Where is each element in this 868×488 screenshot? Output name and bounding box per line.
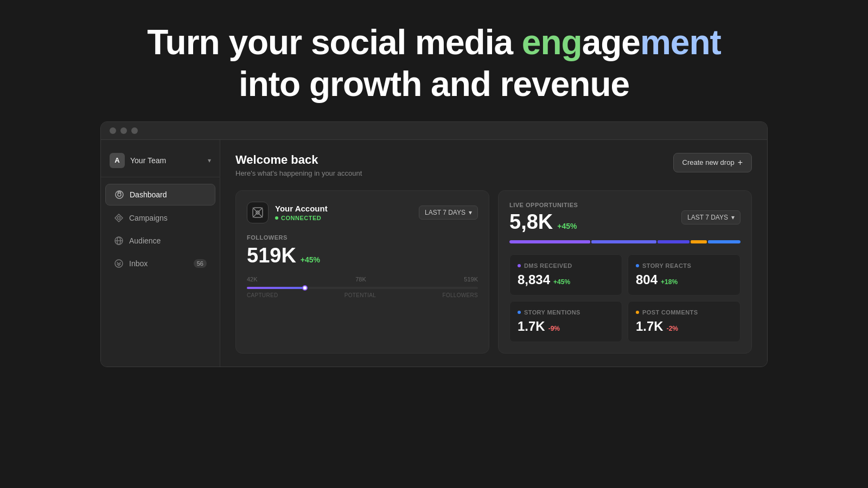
- stat-dms-value: 8,834 +45%: [518, 272, 614, 287]
- inbox-icon: [114, 259, 124, 268]
- live-change: +45%: [557, 222, 577, 230]
- live-opportunities-card: LIVE OPPORTUNITIES 5,8K +45% LAST 7 DAYS…: [498, 190, 752, 354]
- stat-mentions-header: STORY MENTIONS: [518, 309, 614, 316]
- chevron-down-icon: ▾: [208, 157, 211, 164]
- progress-track: [247, 287, 478, 289]
- stat-dms-number: 8,834: [518, 272, 550, 287]
- connected-badge: CONNECTED: [275, 215, 328, 221]
- campaigns-label: Campaigns: [129, 214, 168, 222]
- stat-mentions-change: -9%: [548, 325, 560, 332]
- sublabel-followers: FOLLOWERS: [443, 292, 478, 298]
- stat-reacts-value: 804 +18%: [636, 272, 732, 287]
- bar-seg-5: [708, 240, 741, 243]
- highlight-green: eng: [522, 23, 582, 62]
- progress-label-mid: 78K: [355, 276, 366, 282]
- dashboard-label: Dashboard: [130, 190, 167, 199]
- stat-comments-value: 1.7K -2%: [636, 319, 732, 334]
- welcome-title: Welcome back: [235, 153, 362, 167]
- live-period-label: LAST 7 DAYS: [687, 214, 728, 221]
- traffic-light-red: [110, 127, 116, 134]
- account-period-selector[interactable]: LAST 7 DAYS ▾: [419, 206, 478, 220]
- team-selector[interactable]: A Your Team ▾: [101, 149, 220, 177]
- account-card-header: Your Account CONNECTED LAST 7 DAYS ▾: [247, 202, 478, 223]
- stat-comments-change: -2%: [667, 325, 678, 332]
- hero-line1: Turn your social media engagement: [147, 23, 721, 62]
- sidebar-item-inbox[interactable]: Inbox 56: [105, 253, 215, 274]
- highlight-blue: ment: [640, 23, 721, 62]
- stat-mentions-number: 1.7K: [518, 319, 545, 334]
- followers-label: FOLLOWERS: [247, 234, 478, 241]
- stat-dms-header: DMS RECEIVED: [518, 262, 614, 269]
- audience-label: Audience: [129, 236, 161, 245]
- bar-seg-2: [591, 240, 656, 243]
- inbox-badge: 56: [194, 259, 207, 268]
- bar-seg-3: [658, 240, 690, 243]
- hero-line2: into growth and revenue: [239, 65, 629, 104]
- sidebar: A Your Team ▾ Dashboard: [101, 140, 220, 367]
- hero-section: Turn your social media engagement into g…: [0, 0, 868, 121]
- team-name: Your Team: [130, 156, 202, 165]
- account-info: Your Account CONNECTED: [247, 202, 328, 223]
- stat-comments-label: POST COMMENTS: [642, 309, 698, 316]
- stat-mentions-dot: [518, 311, 521, 314]
- progress-sublabels: CAPTURED POTENTIAL FOLLOWERS: [247, 292, 478, 298]
- main-layout: A Your Team ▾ Dashboard: [101, 140, 767, 367]
- svg-point-4: [118, 216, 120, 219]
- stat-reacts-dot: [636, 264, 639, 267]
- stat-reacts-header: STORY REACTS: [636, 262, 732, 269]
- content-area: Welcome back Here's what's happening in …: [220, 140, 767, 367]
- stat-comments-header: POST COMMENTS: [636, 309, 732, 316]
- cards-row: Your Account CONNECTED LAST 7 DAYS ▾: [235, 190, 752, 354]
- connected-label: CONNECTED: [281, 215, 321, 221]
- live-header: LIVE OPPORTUNITIES 5,8K +45% LAST 7 DAYS…: [509, 202, 741, 234]
- stat-comments-dot: [636, 311, 639, 314]
- stat-reacts-number: 804: [636, 272, 658, 287]
- followers-number: 519K: [247, 244, 296, 267]
- campaigns-icon: [114, 213, 124, 223]
- connected-dot: [275, 216, 278, 220]
- sidebar-item-campaigns[interactable]: Campaigns: [105, 208, 215, 228]
- progress-fill: [247, 287, 305, 289]
- progress-dot: [302, 285, 308, 291]
- sublabel-captured: CAPTURED: [247, 292, 278, 298]
- inbox-label: Inbox: [129, 259, 148, 268]
- stat-mentions-value: 1.7K -9%: [518, 319, 614, 334]
- stat-dms-change: +45%: [553, 278, 570, 286]
- stat-reacts-label: STORY REACTS: [642, 262, 691, 269]
- chevron-icon: ▾: [469, 209, 472, 216]
- live-info: LIVE OPPORTUNITIES 5,8K +45%: [509, 202, 578, 234]
- progress-label-left: 42K: [247, 276, 258, 282]
- live-period-selector[interactable]: LAST 7 DAYS ▾: [681, 210, 741, 224]
- create-drop-label: Create new drop: [682, 158, 735, 166]
- sidebar-item-audience[interactable]: Audience: [105, 230, 215, 251]
- progress-container: 42K 78K 519K CAPTURED POTENTIAL FOLLOWER…: [247, 276, 478, 298]
- svg-point-0: [116, 191, 123, 198]
- stat-post-comments: POST COMMENTS 1.7K -2%: [628, 301, 741, 342]
- sublabel-potential: POTENTIAL: [344, 292, 376, 298]
- plus-icon: +: [738, 158, 743, 168]
- dashboard-icon: [114, 190, 124, 200]
- multi-bar: [509, 240, 741, 243]
- stat-comments-number: 1.7K: [636, 319, 663, 334]
- team-avatar: A: [110, 153, 125, 168]
- welcome-subtitle: Here's what's happening in your account: [235, 169, 362, 177]
- stat-story-reacts: STORY REACTS 804 +18%: [628, 254, 741, 296]
- followers-change: +45%: [301, 255, 320, 264]
- stat-mentions-label: STORY MENTIONS: [524, 309, 580, 316]
- hero-title: Turn your social media engagement into g…: [0, 22, 868, 105]
- audience-icon: [114, 236, 124, 246]
- create-drop-button[interactable]: Create new drop +: [673, 153, 752, 172]
- welcome-section: Welcome back Here's what's happening in …: [235, 153, 362, 177]
- account-name: Your Account: [275, 204, 328, 213]
- bar-seg-1: [509, 240, 590, 243]
- traffic-light-green: [131, 127, 138, 134]
- stat-reacts-change: +18%: [661, 278, 678, 286]
- progress-label-right: 519K: [464, 276, 478, 282]
- sidebar-item-dashboard[interactable]: Dashboard: [105, 184, 215, 206]
- live-label: LIVE OPPORTUNITIES: [509, 202, 578, 208]
- stat-dms-label: DMS RECEIVED: [524, 262, 572, 269]
- account-details: Your Account CONNECTED: [275, 204, 328, 221]
- app-window: A Your Team ▾ Dashboard: [100, 121, 768, 367]
- followers-value: 519K +45%: [247, 244, 478, 267]
- content-header: Welcome back Here's what's happening in …: [235, 153, 752, 177]
